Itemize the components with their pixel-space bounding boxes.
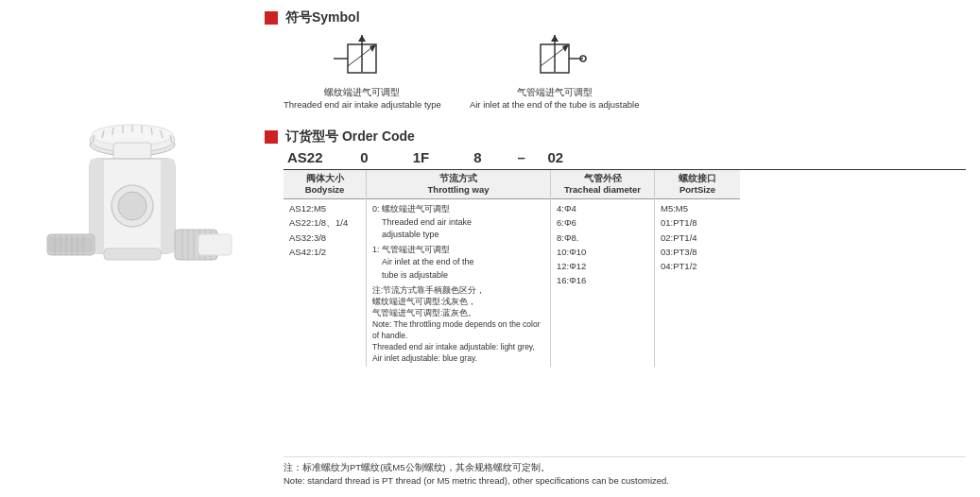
svg-point-33 bbox=[118, 192, 146, 220]
bodysize-items: AS12:M5 AS22:1/8、1/4 AS32:3/8 AS42:1/2 bbox=[284, 199, 366, 261]
page-container: 符号Symbol bbox=[0, 0, 980, 497]
bottom-note-en: Note: standard thread is PT thread (or M… bbox=[284, 474, 966, 488]
symbol-diagram-1 bbox=[329, 30, 395, 82]
col-tracheal: 气管外径 Tracheal diameter 4:Φ4 6:Φ6 8:Φ8. 1… bbox=[551, 170, 655, 367]
portsize-header: 螺纹接口 PortSize bbox=[655, 170, 740, 200]
list-item: Air inlet at the end of the bbox=[372, 256, 544, 269]
product-illustration bbox=[28, 107, 236, 390]
list-item: tube is adjustable bbox=[372, 269, 544, 283]
col-bodysize: 阀体大小 Bodysize AS12:M5 AS22:1/8、1/4 AS32:… bbox=[284, 170, 367, 367]
order-detail-table: 阀体大小 Bodysize AS12:M5 AS22:1/8、1/4 AS32:… bbox=[284, 169, 966, 367]
list-item: Threaded end air intake bbox=[372, 216, 544, 230]
symbol1-label: 螺纹端进气可调型 Threaded end air intake adjusta… bbox=[284, 86, 441, 111]
list-item: 10:Φ10 bbox=[557, 245, 648, 259]
portsize-items: M5:M5 01:PT1/8 02:PT1/4 03:PT3/8 04:PT1/… bbox=[655, 199, 740, 275]
bottom-note-cn: 注：标准螺纹为PT螺纹(或M5公制螺纹)，其余规格螺纹可定制。 bbox=[284, 461, 966, 474]
list-item: AS42:1/2 bbox=[289, 245, 360, 259]
list-item: 8:Φ8. bbox=[557, 231, 648, 245]
symbol-section: 符号Symbol bbox=[265, 9, 966, 117]
list-item: 04:PT1/2 bbox=[661, 259, 734, 273]
list-item: AS22:1/8、1/4 bbox=[289, 215, 360, 230]
svg-rect-31 bbox=[198, 234, 232, 255]
content-area: 符号Symbol bbox=[265, 0, 980, 497]
throttling-header: 节流方式 Throttling way bbox=[367, 170, 550, 200]
throttling-note: 注:节流方式靠手柄颜色区分， 螺纹端进气可调型:浅灰色， 气管端进气可调型:蓝灰… bbox=[372, 285, 544, 364]
symbol-item-2: 气管端进气可调型 Air inlet at the end of the tub… bbox=[470, 30, 640, 111]
svg-rect-15 bbox=[161, 159, 175, 253]
code-part-02: 02 bbox=[527, 149, 584, 165]
list-item: AS32:3/8 bbox=[289, 231, 360, 245]
list-item: AS12:M5 bbox=[289, 201, 360, 215]
code-separator: – bbox=[516, 149, 527, 165]
svg-marker-45 bbox=[562, 44, 569, 52]
bottom-note: 注：标准螺纹为PT螺纹(或M5公制螺纹)，其余规格螺纹可定制。 Note: st… bbox=[284, 456, 966, 488]
order-code-section: 订货型号 Order Code AS22 0 1F 8 – 02 阀体大小 Bo… bbox=[265, 129, 966, 447]
col-portsize: 螺纹接口 PortSize M5:M5 01:PT1/8 02:PT1/4 03… bbox=[655, 170, 740, 367]
list-item: 12:Φ12 bbox=[557, 259, 648, 273]
symbol2-label: 气管端进气可调型 Air inlet at the end of the tub… bbox=[470, 86, 640, 111]
list-item: 03:PT3/8 bbox=[661, 245, 734, 259]
list-item: 4:Φ4 bbox=[557, 201, 648, 215]
code-part-1f: 1F bbox=[403, 149, 440, 165]
list-item: 01:PT1/8 bbox=[661, 215, 734, 230]
bodysize-header: 阀体大小 Bodysize bbox=[284, 170, 366, 200]
symbol-title: 符号Symbol bbox=[285, 9, 360, 26]
list-item: 1: 气管端进气可调型 bbox=[372, 244, 544, 257]
order-code-row: AS22 0 1F 8 – 02 bbox=[284, 149, 966, 165]
svg-marker-43 bbox=[551, 35, 559, 42]
throttling-items: 0: 螺纹端进气可调型 Threaded end air intake adju… bbox=[367, 199, 550, 366]
code-part-8: 8 bbox=[440, 149, 516, 165]
tracheal-items: 4:Φ4 6:Φ6 8:Φ8. 10:Φ10 12:Φ12 16:Φ16 bbox=[551, 199, 654, 289]
symbol-images: 螺纹端进气可调型 Threaded end air intake adjusta… bbox=[284, 30, 966, 111]
svg-rect-17 bbox=[47, 237, 93, 252]
red-square-order bbox=[265, 130, 278, 144]
symbol-diagram-2 bbox=[522, 30, 588, 82]
list-item: 16:Φ16 bbox=[557, 273, 648, 287]
svg-marker-37 bbox=[358, 35, 366, 42]
order-code-header: 订货型号 Order Code bbox=[265, 129, 966, 146]
code-part-as22: AS22 bbox=[284, 149, 327, 165]
list-item: 6:Φ6 bbox=[557, 215, 648, 230]
svg-line-5 bbox=[112, 128, 113, 135]
list-item: M5:M5 bbox=[661, 201, 734, 215]
list-item: 02:PT1/4 bbox=[661, 231, 734, 245]
svg-line-9 bbox=[151, 128, 152, 135]
tracheal-header: 气管外径 Tracheal diameter bbox=[551, 170, 654, 200]
product-image-area bbox=[0, 0, 265, 497]
svg-rect-34 bbox=[104, 248, 161, 260]
list-item: adjustable type bbox=[372, 229, 544, 242]
list-item: 0: 螺纹端进气可调型 bbox=[372, 203, 544, 216]
order-code-title: 订货型号 Order Code bbox=[285, 129, 415, 146]
symbol-section-header: 符号Symbol bbox=[265, 9, 966, 26]
red-square-symbol bbox=[265, 11, 278, 25]
svg-marker-39 bbox=[370, 44, 376, 52]
symbol-item-1: 螺纹端进气可调型 Threaded end air intake adjusta… bbox=[284, 30, 441, 111]
code-part-0: 0 bbox=[327, 149, 403, 165]
col-throttling: 节流方式 Throttling way 0: 螺纹端进气可调型 Threaded… bbox=[367, 170, 551, 367]
